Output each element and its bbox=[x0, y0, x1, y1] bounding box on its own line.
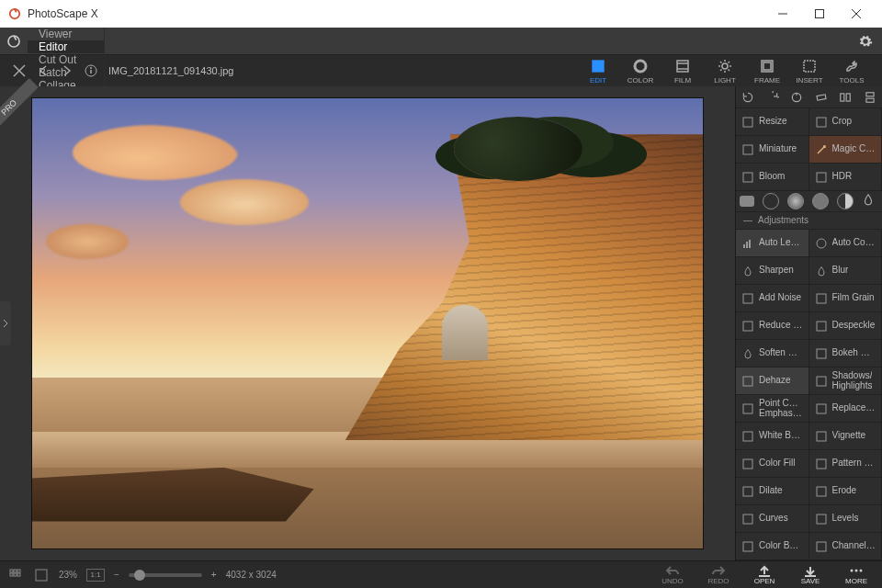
svg-rect-36 bbox=[817, 118, 826, 127]
tool-hdr[interactable]: HDR bbox=[809, 164, 883, 191]
svg-rect-37 bbox=[743, 145, 752, 154]
tooltab-tools[interactable]: TOOLS bbox=[832, 56, 871, 86]
adjust-channel-mixer[interactable]: Channel Mixer bbox=[809, 533, 883, 560]
tooltab-edit[interactable]: EDIT bbox=[579, 56, 617, 86]
adjust-bokeh-blur[interactable]: Bokeh Blur bbox=[809, 340, 883, 368]
adjust-blur[interactable]: Blur bbox=[809, 257, 883, 285]
svg-rect-51 bbox=[743, 404, 752, 413]
rotate-cw-icon[interactable] bbox=[763, 88, 782, 107]
tool-icon bbox=[741, 485, 754, 498]
adjust-point-color-emphasize-col-[interactable]: Point Color /Emphasize Col. bbox=[736, 395, 809, 423]
adjust-sharpen[interactable]: Sharpen bbox=[736, 257, 809, 285]
tool-icon bbox=[741, 265, 754, 277]
adjust-auto-contrast[interactable]: Auto Contrast bbox=[809, 230, 883, 257]
tool-crop[interactable]: Crop bbox=[809, 108, 883, 136]
adjust-color-balance[interactable]: Color Balance bbox=[736, 533, 809, 560]
more-button[interactable]: MORE bbox=[838, 564, 875, 585]
zoom-out-button[interactable]: − bbox=[114, 570, 119, 580]
redo-button[interactable]: REDO bbox=[700, 564, 737, 585]
adjust-shadows-highlights[interactable]: Shadows/Highlights bbox=[809, 368, 883, 395]
window-maximize-button[interactable] bbox=[801, 0, 838, 28]
file-toolbar: IMG_20181121_091430.jpg EDITCOLORFILMLIG… bbox=[0, 55, 882, 86]
light-icon bbox=[717, 58, 733, 74]
adjust-curves[interactable]: Curves bbox=[736, 505, 809, 533]
tool-magic-color[interactable]: Magic Color bbox=[809, 136, 883, 164]
svg-point-5 bbox=[8, 36, 19, 47]
tool-icon bbox=[741, 513, 754, 526]
tool-icon bbox=[815, 485, 828, 498]
tooltab-color[interactable]: COLOR bbox=[621, 56, 660, 86]
open-button[interactable]: OPEN bbox=[746, 564, 783, 585]
info-button[interactable] bbox=[79, 59, 103, 83]
svg-rect-50 bbox=[817, 377, 826, 386]
zoom-slider[interactable] bbox=[129, 573, 202, 577]
tool-icon bbox=[741, 292, 754, 305]
tab-editor[interactable]: Editor bbox=[28, 40, 105, 53]
adjust-reduce-noise[interactable]: Reduce Noise bbox=[736, 312, 809, 340]
next-image-button[interactable] bbox=[55, 59, 79, 83]
save-button[interactable]: SAVE bbox=[792, 564, 829, 585]
tool-bloom[interactable]: Bloom bbox=[736, 164, 809, 191]
adjust-color-fill[interactable]: Color Fill bbox=[736, 450, 809, 478]
tool-icon bbox=[815, 458, 828, 470]
filter-tab-drop[interactable] bbox=[862, 193, 878, 209]
svg-rect-54 bbox=[817, 432, 826, 441]
straighten-icon[interactable] bbox=[812, 88, 831, 107]
svg-rect-38 bbox=[743, 173, 752, 182]
adjustments-header[interactable]: — Adjustments bbox=[736, 212, 882, 230]
filter-tab-circle-1[interactable] bbox=[763, 193, 779, 209]
filter-tab-circle-4[interactable] bbox=[837, 193, 854, 209]
svg-rect-64 bbox=[14, 570, 17, 572]
tooltab-film[interactable]: FILM bbox=[663, 56, 702, 86]
undo-button[interactable]: UNDO bbox=[654, 564, 691, 585]
adjust-auto-levels[interactable]: Auto Levels bbox=[736, 230, 809, 257]
adjust-dilate[interactable]: Dilate bbox=[736, 478, 809, 505]
adjust-despeckle[interactable]: Despeckle bbox=[809, 312, 883, 340]
brand-icon[interactable] bbox=[0, 28, 28, 54]
canvas-area[interactable]: PRO bbox=[0, 86, 735, 560]
tool-icon bbox=[815, 513, 828, 526]
filter-tab-circle-2[interactable] bbox=[787, 193, 804, 209]
svg-rect-49 bbox=[743, 377, 752, 386]
background-toggle-icon[interactable] bbox=[33, 567, 50, 583]
adjust-soften-skin[interactable]: Soften Skin bbox=[736, 340, 809, 368]
zoom-actual-button[interactable]: 1:1 bbox=[86, 569, 105, 582]
tooltab-insert[interactable]: INSERT bbox=[790, 56, 829, 86]
prev-image-button[interactable] bbox=[31, 59, 55, 83]
svg-rect-45 bbox=[817, 294, 826, 303]
tab-viewer[interactable]: Viewer bbox=[28, 28, 105, 40]
window-minimize-button[interactable] bbox=[764, 0, 801, 28]
window-close-button[interactable] bbox=[838, 0, 875, 28]
grid-icon[interactable] bbox=[7, 567, 24, 583]
svg-rect-53 bbox=[743, 432, 752, 441]
adjust-film-grain[interactable]: Film Grain bbox=[809, 285, 883, 312]
flip-vertical-icon[interactable] bbox=[861, 88, 879, 107]
settings-button[interactable] bbox=[849, 28, 882, 54]
filter-tab-circle-3[interactable] bbox=[812, 193, 829, 209]
adjust-white-balance[interactable]: White Balance bbox=[736, 423, 809, 450]
flip-horizontal-icon[interactable] bbox=[836, 88, 854, 107]
expand-panel-handle[interactable] bbox=[0, 301, 11, 345]
rotate-ccw-icon[interactable] bbox=[739, 88, 757, 107]
zoom-in-button[interactable]: + bbox=[211, 570, 217, 580]
svg-line-23 bbox=[720, 69, 722, 71]
adjust-vignette[interactable]: Vignette bbox=[809, 423, 883, 450]
tooltab-frame[interactable]: FRAME bbox=[748, 56, 786, 86]
adjust-pattern-fill[interactable]: Pattern Fill bbox=[809, 450, 883, 478]
adjust-erode[interactable]: Erode bbox=[809, 478, 883, 505]
svg-rect-26 bbox=[763, 62, 771, 70]
svg-rect-33 bbox=[866, 92, 874, 96]
image-canvas[interactable] bbox=[32, 98, 703, 548]
edit-side-panel: ResizeCropMiniatureMagic ColorBloomHDR —… bbox=[735, 86, 882, 560]
adjust-levels[interactable]: Levels bbox=[809, 505, 883, 533]
svg-rect-2 bbox=[816, 10, 824, 18]
svg-point-16 bbox=[722, 63, 728, 69]
filter-tab-list[interactable] bbox=[740, 196, 754, 207]
free-rotate-icon[interactable] bbox=[787, 88, 806, 107]
tool-resize[interactable]: Resize bbox=[736, 108, 809, 136]
adjust-replace-color[interactable]: Replace Color bbox=[809, 395, 883, 423]
adjust-add-noise[interactable]: Add Noise bbox=[736, 285, 809, 312]
tool-miniature[interactable]: Miniature bbox=[736, 136, 809, 164]
adjust-dehaze[interactable]: Dehaze bbox=[736, 368, 809, 395]
tooltab-light[interactable]: LIGHT bbox=[706, 56, 744, 86]
